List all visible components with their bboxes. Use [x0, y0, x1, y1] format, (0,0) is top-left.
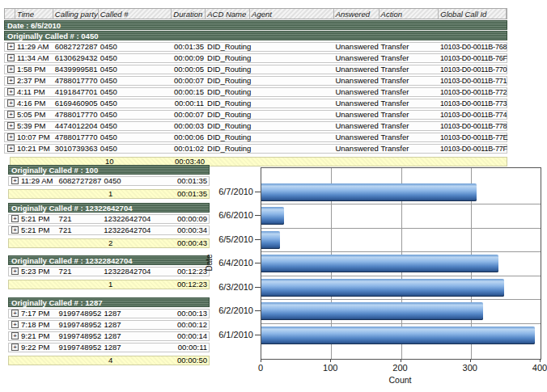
cell-acd: DID_Routing: [206, 122, 250, 130]
expand-row-button[interactable]: +: [7, 145, 15, 152]
cell-time: 4:11 PM: [15, 88, 53, 96]
call-row: +10:21 PM3010739363045000:01:02DID_Routi…: [4, 144, 507, 154]
cell-expand: +: [5, 133, 15, 141]
summary-spacer: [9, 280, 102, 289]
cell-called: 0450: [99, 133, 172, 141]
cell-time: 10:21 PM: [15, 145, 53, 153]
cell-global: 10103-D0-0011B-774: [439, 111, 507, 119]
cell-expand: +: [5, 111, 15, 119]
cell-duration: 00:00:07: [172, 77, 206, 85]
category-separator: [261, 299, 541, 300]
cell-called: 1287: [102, 310, 175, 318]
expand-row-button[interactable]: +: [7, 122, 15, 129]
expand-row-button[interactable]: +: [11, 332, 19, 339]
sub-group-tables: Originally Called # : 100+11:29 AM608272…: [8, 165, 210, 365]
y-axis-tick: [255, 310, 261, 311]
x-axis-tick-label: 0: [247, 363, 274, 373]
cell-expand: +: [5, 122, 15, 130]
call-row: +7:18 PM9199748952128700:00:12: [8, 320, 210, 330]
cell-time: 7:18 PM: [19, 321, 57, 329]
expand-row-button[interactable]: +: [11, 268, 19, 275]
call-row: +9:21 PM9199748952128700:00:14: [8, 331, 210, 341]
call-row: +9:22 PM9199748952128700:00:11: [8, 343, 210, 352]
cell-called: 12322642704: [102, 226, 175, 234]
cell-called: 0450: [99, 88, 172, 96]
cell-action: Transfer: [379, 54, 439, 62]
cell-global: 10103-D0-0011B-778: [439, 122, 507, 130]
category-separator: [261, 228, 541, 229]
cell-expand: +: [5, 43, 15, 51]
column-header-global: Global Call Id: [439, 9, 507, 19]
cell-action: Transfer: [379, 65, 439, 74]
cell-expand: +: [5, 145, 15, 153]
cell-global: 10103-D0-0011B-772: [439, 88, 507, 96]
cell-answered: Unanswered: [333, 145, 379, 153]
group-block: Originally Called # : 100+11:29 AM608272…: [8, 165, 210, 199]
column-header-duration: Duration: [172, 9, 206, 19]
expand-row-button[interactable]: +: [11, 177, 19, 184]
call-row: +5:05 PM4788017770045000:00:07DID_Routin…: [4, 110, 507, 120]
expand-row-button[interactable]: +: [11, 321, 19, 328]
y-axis-tick: [255, 287, 261, 288]
expand-row-button[interactable]: +: [11, 344, 19, 351]
chart-bar-6-1-2010: [261, 327, 535, 344]
cell-time: 11:29 AM: [15, 43, 53, 51]
expand-row-button[interactable]: +: [11, 226, 19, 234]
summary-count: 1: [102, 190, 175, 198]
cell-expand: +: [5, 77, 15, 85]
y-axis-tick: [255, 215, 261, 216]
x-axis-tick: [401, 359, 401, 362]
expand-row-button[interactable]: +: [7, 65, 15, 73]
cell-answered: Unanswered: [333, 43, 379, 51]
cell-acd: DID_Routing: [206, 145, 250, 153]
cell-duration: 00:00:06: [172, 133, 206, 141]
category-separator: [261, 204, 541, 204]
cell-action: Transfer: [379, 111, 439, 119]
expand-row-button[interactable]: +: [11, 215, 19, 222]
cell-called: 12322842704: [102, 268, 175, 276]
group-block: Originally Called # : 12322642704+5:21 P…: [8, 203, 210, 248]
y-axis-tick: [255, 239, 261, 240]
cell-expand: +: [9, 310, 19, 318]
cell-calling: 721: [57, 215, 103, 223]
call-row: +4:16 PM6169460905045000:00:11DID_Routin…: [4, 99, 507, 108]
expand-row-button[interactable]: +: [7, 77, 15, 84]
expand-row-button[interactable]: +: [7, 54, 15, 61]
expand-row-button[interactable]: +: [7, 88, 15, 95]
expand-row-button[interactable]: +: [7, 111, 15, 118]
cell-calling: 4474012204: [53, 122, 99, 130]
cell-agent: [250, 111, 333, 119]
cell-called: 0450: [102, 177, 175, 185]
call-row: +11:29 AM6082727287045000:01:35: [8, 176, 210, 186]
cell-global: 10103-D0-0011B-773: [439, 99, 507, 107]
cell-calling: 4788017770: [53, 77, 99, 85]
expand-row-button[interactable]: +: [7, 133, 15, 141]
cell-expand: +: [9, 332, 19, 340]
cell-answered: Unanswered: [333, 133, 379, 141]
cell-agent: [250, 145, 333, 153]
cell-calling: 3010739363: [53, 145, 99, 153]
call-row: +1:58 PM8439999581045000:00:05DID_Routin…: [4, 65, 507, 74]
cell-duration: 00:00:15: [172, 88, 206, 96]
cell-agent: [250, 99, 333, 107]
cell-action: Transfer: [379, 88, 439, 96]
group-summary-row: 100:12:23: [8, 280, 210, 289]
cell-time: 5:21 PM: [19, 226, 57, 234]
category-separator: [261, 251, 541, 252]
cell-action: Transfer: [379, 145, 439, 153]
cell-expand: +: [9, 226, 19, 234]
expand-row-button[interactable]: +: [7, 99, 15, 107]
cell-duration: 00:00:07: [172, 111, 206, 119]
expand-row-button[interactable]: +: [7, 43, 15, 50]
call-row: +5:21 PM7211232264270400:00:09: [8, 214, 210, 224]
expand-row-button[interactable]: +: [11, 310, 19, 317]
cell-expand: +: [5, 99, 15, 107]
cell-calling: 6082727287: [57, 177, 102, 185]
cell-acd: DID_Routing: [206, 54, 250, 62]
cell-action: Transfer: [379, 122, 439, 130]
cell-expand: +: [9, 177, 19, 185]
cell-called: 1287: [102, 344, 175, 352]
cell-calling: 4788017770: [53, 133, 99, 141]
cell-called: 0450: [99, 111, 172, 119]
call-row: +5:39 PM4474012204045000:00:03DID_Routin…: [4, 121, 507, 131]
